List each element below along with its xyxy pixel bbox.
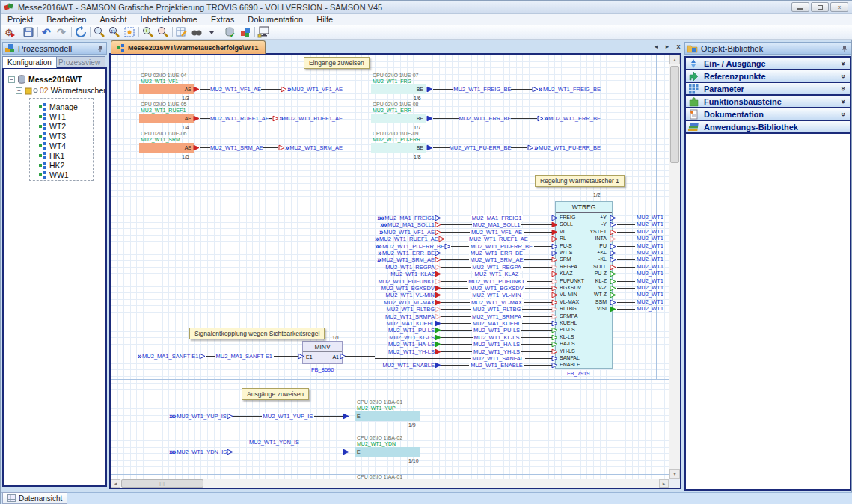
note-annotation[interactable]: Regelung Wärmetauscher 1 bbox=[535, 175, 625, 187]
binoculars-icon[interactable] bbox=[189, 26, 204, 39]
analog-input-block[interactable]: AE bbox=[139, 143, 194, 153]
binary-output-block[interactable]: E bbox=[355, 447, 420, 457]
sidebar-item-ww1[interactable]: WW1 bbox=[39, 170, 69, 179]
signal-label[interactable]: MU2_WT1_YDN_IS bbox=[177, 449, 227, 455]
scroll-right-icon[interactable]: ▸ bbox=[659, 479, 669, 488]
note-annotation[interactable]: Signalentkopplung wegen Sichtbarkeitsreg… bbox=[189, 328, 325, 339]
sidebar-item-wt1[interactable]: WT1 bbox=[39, 112, 66, 121]
minv-function-block[interactable]: MINVE1A1 bbox=[302, 341, 343, 364]
scroll-down-icon[interactable]: ▾ bbox=[669, 469, 680, 479]
scroll-up-icon[interactable]: ▴ bbox=[669, 55, 680, 64]
signal-label[interactable]: MU2_WT1 bbox=[637, 249, 669, 256]
library-section-anwendungs-bibliothek[interactable]: Anwendungs-Bibliothek bbox=[686, 121, 850, 134]
restore-button[interactable] bbox=[811, 2, 829, 12]
sidebar-item-hk1[interactable]: HK1 bbox=[39, 151, 64, 160]
collapse-icon[interactable]: − bbox=[16, 87, 22, 94]
signal-label[interactable]: MU2_WT1 bbox=[637, 270, 669, 277]
function-block-id[interactable]: FB_8590 bbox=[311, 366, 334, 373]
sidebar-item-hk2[interactable]: HK2 bbox=[39, 161, 64, 170]
sidebar-item-wt2[interactable]: WT2 bbox=[39, 122, 66, 131]
zoom-100-icon[interactable]: 11 bbox=[107, 26, 122, 39]
undo-icon[interactable]: ↶ bbox=[40, 26, 55, 39]
signal-label[interactable]: MU2_WT1_RUEF1_AE bbox=[284, 115, 343, 122]
refresh-icon[interactable] bbox=[73, 26, 88, 39]
zoom-in-icon[interactable]: + bbox=[141, 26, 156, 39]
minimize-button[interactable] bbox=[791, 2, 809, 12]
note-annotation[interactable]: Eingänge zuweisen bbox=[304, 57, 370, 69]
signal-label[interactable]: MU2_WT1 bbox=[637, 221, 669, 227]
horizontal-scrollbar[interactable]: ◂ ▸ ||| bbox=[111, 479, 669, 488]
note-annotation[interactable]: Ausgänge zuweisen bbox=[242, 388, 309, 400]
signal-label[interactable]: MU2_WT1_ENABLE bbox=[469, 362, 524, 369]
pin-icon[interactable] bbox=[842, 45, 848, 52]
analog-input-block[interactable]: AE bbox=[139, 114, 194, 123]
vscroll-thumb[interactable] bbox=[670, 66, 679, 163]
zoom-out-icon[interactable]: − bbox=[156, 26, 171, 39]
tab-prev-icon[interactable]: ◂ bbox=[652, 43, 661, 50]
signal-label[interactable]: MU2_WT1_ERR_BE bbox=[548, 115, 601, 122]
network-monitor-icon[interactable] bbox=[257, 26, 272, 39]
save-icon[interactable] bbox=[21, 26, 36, 39]
signal-label[interactable]: MU2_WT1 bbox=[637, 228, 669, 235]
tab-close-icon[interactable]: x bbox=[674, 43, 683, 50]
function-block-id[interactable]: FB_7919 bbox=[567, 370, 589, 377]
edit-table-icon[interactable] bbox=[174, 26, 189, 39]
signal-label[interactable]: MU2_WT1 bbox=[637, 242, 669, 249]
signal-label[interactable]: MU2_WT1_FREIG_BE bbox=[543, 86, 601, 93]
menu-projekt[interactable]: Projekt bbox=[1, 14, 40, 25]
signal-label[interactable]: MU2_WT1 bbox=[637, 298, 669, 305]
tab-prozessview[interactable]: Prozessview bbox=[53, 56, 105, 68]
zoom-icon[interactable] bbox=[92, 26, 107, 39]
signal-label[interactable]: MU2_WT1_YDN_IS bbox=[249, 439, 299, 446]
close-button[interactable]: x bbox=[830, 2, 848, 12]
signal-label[interactable]: MU2_WT1_YUP_IS bbox=[262, 413, 315, 420]
library-section-parameter[interactable]: Parameter» bbox=[686, 83, 850, 96]
analog-input-block[interactable]: AE bbox=[139, 84, 194, 94]
menu-inbetriebnahme[interactable]: Inbetriebnahme bbox=[134, 14, 204, 25]
menu-ansicht[interactable]: Ansicht bbox=[93, 14, 133, 25]
vertical-scrollbar[interactable]: ▴ ▾ bbox=[669, 55, 680, 479]
signal-label[interactable]: MU2_WT1_SRM_AE bbox=[210, 144, 263, 151]
tab-next-icon[interactable]: ▸ bbox=[663, 43, 672, 50]
dropdown-arrow-icon[interactable] bbox=[204, 26, 219, 39]
signal-label[interactable]: MU2_WT1_RUEF1_AE bbox=[210, 115, 269, 122]
menu-hilfe[interactable]: Hilfe bbox=[310, 14, 340, 25]
signal-label[interactable]: MU2_WT1_YUP_IS bbox=[177, 413, 227, 420]
tab-konfiguration[interactable]: Konfiguration bbox=[2, 56, 57, 68]
signal-label[interactable]: MU2_WT1_VF1_AE bbox=[210, 86, 261, 93]
binary-input-block[interactable]: BE bbox=[371, 143, 426, 153]
signal-label[interactable]: MU2_WT1_FREIG_BE bbox=[453, 86, 511, 93]
signal-label[interactable]: MU2_WT1 bbox=[637, 291, 669, 298]
library-section-ein-ausg-nge[interactable]: Ein- / Ausgänge» bbox=[686, 58, 850, 70]
menu-extras[interactable]: Extras bbox=[204, 14, 241, 25]
binary-input-block[interactable]: BE bbox=[371, 114, 426, 123]
library-section-dokumentation[interactable]: Dokumentation» bbox=[686, 108, 850, 121]
signal-label[interactable]: MU2_WT1_PU-ERR_BE bbox=[539, 144, 601, 151]
db-check-icon[interactable]: ✓ bbox=[223, 26, 238, 39]
collapse-icon[interactable]: − bbox=[8, 76, 15, 83]
signal-label[interactable]: MU2_WT1_VF1_AE bbox=[292, 86, 343, 93]
chevron-down-icon[interactable]: » bbox=[839, 61, 848, 65]
tree-root[interactable]: −Messe2016WT bbox=[8, 75, 82, 84]
menu-bearbeiten[interactable]: Bearbeiten bbox=[40, 14, 93, 25]
run-gear-icon[interactable]: ⚙ bbox=[2, 26, 17, 39]
signal-label[interactable]: MU2_WT1 bbox=[637, 235, 669, 242]
sidebar-item-manage[interactable]: Manage bbox=[39, 102, 78, 111]
signal-label[interactable]: MU2_WT1 bbox=[637, 263, 669, 270]
chevron-down-icon[interactable]: » bbox=[839, 112, 848, 116]
tree-folder[interactable]: −02Wärmetauscherfolge bbox=[16, 86, 107, 95]
binary-output-block[interactable]: E bbox=[355, 411, 420, 421]
sidebar-item-wt4[interactable]: WT4 bbox=[39, 141, 66, 150]
signal-label[interactable]: MU2_WT1 bbox=[637, 305, 669, 312]
signal-label[interactable]: MU2_WT1_SRM_AE bbox=[289, 144, 343, 151]
sidebar-item-wt3[interactable]: WT3 bbox=[39, 132, 66, 141]
redo-icon[interactable]: ↷ bbox=[55, 26, 70, 39]
hscroll-thumb[interactable]: ||| bbox=[121, 479, 203, 488]
signal-label[interactable]: MU2_WT1 bbox=[637, 277, 669, 284]
signal-label[interactable]: MU2_WT1_ENABLE bbox=[382, 362, 435, 369]
color-cubes-icon[interactable] bbox=[238, 26, 253, 39]
chevron-down-icon[interactable]: » bbox=[839, 87, 848, 90]
pin-icon[interactable] bbox=[97, 45, 103, 52]
binary-input-block[interactable]: BE bbox=[371, 84, 426, 94]
datenansicht-tab[interactable]: Datenansicht bbox=[2, 492, 67, 504]
